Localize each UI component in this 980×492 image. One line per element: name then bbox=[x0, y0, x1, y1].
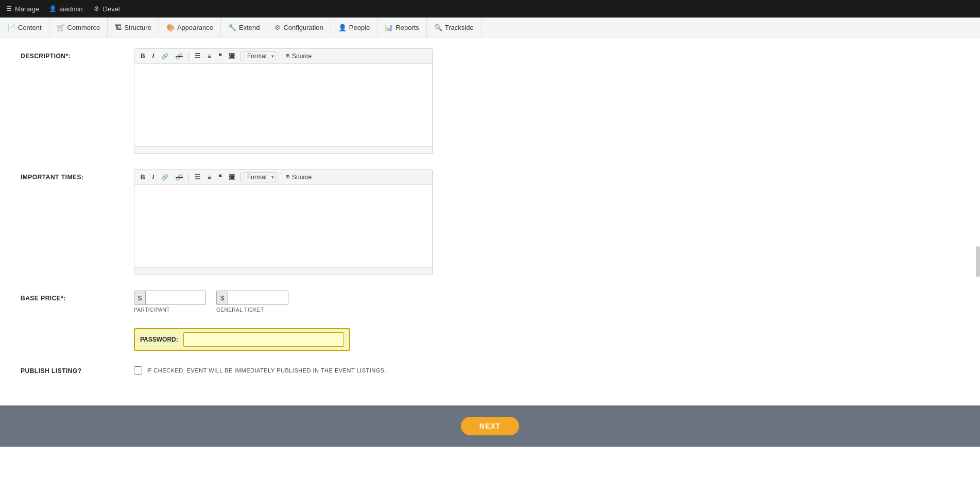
user-label: aiadmin bbox=[59, 5, 83, 13]
general-ticket-dollar-sign: $ bbox=[217, 291, 228, 304]
password-row: PASSWORD: bbox=[21, 328, 546, 351]
nav-extend[interactable]: 🔧 Extend bbox=[221, 18, 267, 38]
nav-appearance[interactable]: 🎨 Appearance bbox=[159, 18, 221, 38]
sep2 bbox=[240, 52, 241, 61]
format-dropdown-wrap: Format bbox=[244, 51, 276, 61]
description-label: DESCRIPTION*: bbox=[21, 48, 124, 60]
user-menu[interactable]: 👤 aiadmin bbox=[49, 5, 83, 13]
ordered-list-button[interactable]: ≡ bbox=[204, 51, 214, 61]
important-times-row: IMPORTANT TIMES: B I 🔗 🔗 ☰ ≡ ❝ 🖼 For bbox=[21, 169, 546, 275]
password-field: PASSWORD: bbox=[134, 328, 546, 351]
nav-commerce[interactable]: 🛒 Commerce bbox=[49, 18, 108, 38]
participant-price-input[interactable] bbox=[146, 291, 206, 304]
bold-button[interactable]: B bbox=[137, 51, 148, 61]
base-price-row: BASE PRICE*: $ ▲ ▼ PARTICIPANT bbox=[21, 291, 546, 313]
resize-handle[interactable] bbox=[976, 246, 980, 277]
password-label-spacer bbox=[21, 328, 124, 332]
publish-listing-checkbox[interactable] bbox=[134, 366, 142, 375]
general-ticket-input-wrap: $ ▲ ▼ bbox=[216, 291, 288, 305]
admin-bar: ☰ Manage 👤 aiadmin ⚙ Devel bbox=[0, 0, 980, 18]
publish-listing-text: IF CHECKED, EVENT WILL BE IMMEDIATELY PU… bbox=[146, 367, 386, 374]
description-row: DESCRIPTION*: B I 🔗 🔗 ☰ ≡ ❝ 🖼 Format bbox=[21, 48, 546, 154]
price-group: $ ▲ ▼ PARTICIPANT $ ▲ bbox=[134, 291, 546, 313]
bold-button-2[interactable]: B bbox=[137, 172, 148, 182]
reports-icon: 📊 bbox=[385, 24, 393, 31]
footer-bar: NEXT bbox=[0, 405, 980, 447]
important-times-label: IMPORTANT TIMES: bbox=[21, 169, 124, 181]
description-editor: B I 🔗 🔗 ☰ ≡ ❝ 🖼 Format bbox=[134, 48, 433, 154]
description-toolbar: B I 🔗 🔗 ☰ ≡ ❝ 🖼 Format bbox=[134, 49, 432, 64]
gear-icon: ⚙ bbox=[93, 5, 100, 12]
people-icon: 👤 bbox=[338, 24, 347, 31]
format-dropdown-wrap-2: Format bbox=[244, 172, 276, 182]
important-times-editor-body[interactable] bbox=[134, 185, 432, 267]
configuration-icon: ⚙ bbox=[274, 24, 281, 31]
sep4 bbox=[188, 173, 189, 182]
participant-label: PARTICIPANT bbox=[134, 307, 206, 313]
format-dropdown-2[interactable]: Format bbox=[244, 172, 276, 182]
source-button[interactable]: 🖹 Source bbox=[282, 51, 315, 61]
important-times-field: B I 🔗 🔗 ☰ ≡ ❝ 🖼 Format bbox=[134, 169, 546, 275]
password-label: PASSWORD: bbox=[140, 336, 178, 343]
devel-menu[interactable]: ⚙ Devel bbox=[93, 5, 120, 13]
devel-label: Devel bbox=[103, 5, 120, 13]
ordered-list-button-2[interactable]: ≡ bbox=[204, 172, 214, 182]
extend-icon: 🔧 bbox=[228, 24, 236, 31]
link-button-2[interactable]: 🔗 bbox=[158, 173, 171, 182]
nav-reports[interactable]: 📊 Reports bbox=[377, 18, 427, 38]
source-button-2[interactable]: 🖹 Source bbox=[282, 172, 315, 182]
format-dropdown[interactable]: Format bbox=[244, 51, 276, 61]
general-ticket-price-input[interactable] bbox=[228, 291, 288, 304]
publish-listing-label: PUBLISH LISTING? bbox=[21, 366, 124, 375]
sep1 bbox=[188, 52, 189, 61]
important-times-toolbar: B I 🔗 🔗 ☰ ≡ ❝ 🖼 Format bbox=[134, 170, 432, 185]
password-highlight-box: PASSWORD: bbox=[134, 328, 350, 351]
image-button[interactable]: 🖼 bbox=[226, 51, 238, 61]
nav-trackside[interactable]: 🔍 Trackside bbox=[427, 18, 482, 38]
content-icon: 📄 bbox=[7, 24, 15, 31]
publish-listing-row: PUBLISH LISTING? IF CHECKED, EVENT WILL … bbox=[21, 366, 546, 375]
nav-configuration[interactable]: ⚙ Configuration bbox=[267, 18, 331, 38]
source-icon-2: 🖹 bbox=[285, 174, 290, 180]
description-editor-body[interactable] bbox=[134, 64, 432, 146]
base-price-field: $ ▲ ▼ PARTICIPANT $ ▲ bbox=[134, 291, 546, 313]
unordered-list-button[interactable]: ☰ bbox=[192, 51, 203, 61]
main-content: DESCRIPTION*: B I 🔗 🔗 ☰ ≡ ❝ 🖼 Format bbox=[0, 38, 566, 400]
italic-button[interactable]: I bbox=[149, 51, 157, 61]
trackside-icon: 🔍 bbox=[434, 24, 442, 31]
image-button-2[interactable]: 🖼 bbox=[226, 172, 238, 182]
important-times-editor-footer bbox=[134, 267, 432, 275]
commerce-icon: 🛒 bbox=[57, 24, 65, 31]
unlink-button-2[interactable]: 🔗 bbox=[173, 173, 186, 182]
description-editor-footer bbox=[134, 146, 432, 154]
manage-menu[interactable]: ☰ Manage bbox=[5, 5, 39, 13]
next-button[interactable]: NEXT bbox=[461, 417, 519, 435]
source-icon: 🖹 bbox=[285, 53, 290, 59]
user-icon: 👤 bbox=[49, 5, 57, 12]
nav-people[interactable]: 👤 People bbox=[331, 18, 377, 38]
blockquote-button-2[interactable]: ❝ bbox=[215, 172, 225, 182]
unordered-list-button-2[interactable]: ☰ bbox=[192, 172, 203, 182]
important-times-editor: B I 🔗 🔗 ☰ ≡ ❝ 🖼 Format bbox=[134, 169, 433, 275]
nav-structure[interactable]: 🏗 Structure bbox=[108, 18, 159, 38]
appearance-icon: 🎨 bbox=[166, 24, 175, 31]
nav-bar: 📄 Content 🛒 Commerce 🏗 Structure 🎨 Appea… bbox=[0, 18, 980, 38]
link-button[interactable]: 🔗 bbox=[158, 52, 171, 61]
structure-icon: 🏗 bbox=[115, 24, 122, 31]
general-ticket-price-field: $ ▲ ▼ GENERAL TICKET bbox=[216, 291, 288, 313]
participant-price-field: $ ▲ ▼ PARTICIPANT bbox=[134, 291, 206, 313]
password-input[interactable] bbox=[183, 332, 344, 347]
italic-button-2[interactable]: I bbox=[149, 172, 157, 182]
base-price-label: BASE PRICE*: bbox=[21, 291, 124, 302]
blockquote-button[interactable]: ❝ bbox=[215, 51, 225, 61]
description-field: B I 🔗 🔗 ☰ ≡ ❝ 🖼 Format bbox=[134, 48, 546, 154]
unlink-button[interactable]: 🔗 bbox=[173, 52, 186, 61]
publish-listing-field: IF CHECKED, EVENT WILL BE IMMEDIATELY PU… bbox=[134, 366, 386, 375]
nav-content[interactable]: 📄 Content bbox=[0, 18, 49, 38]
manage-label: Manage bbox=[15, 5, 39, 13]
participant-dollar-sign: $ bbox=[134, 291, 146, 304]
participant-input-wrap: $ ▲ ▼ bbox=[134, 291, 206, 305]
general-ticket-label: GENERAL TICKET bbox=[216, 307, 288, 313]
sep3 bbox=[279, 52, 279, 61]
sep6 bbox=[279, 173, 279, 182]
